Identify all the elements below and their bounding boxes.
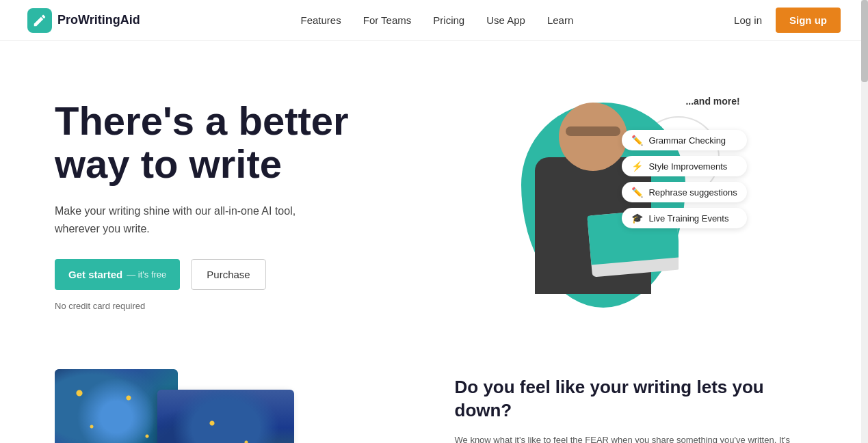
feature-pills: ✏️ Grammar Checking ⚡ Style Improvements… [622, 130, 746, 228]
rephrase-icon: ✏️ [631, 187, 643, 198]
pill-grammar: ✏️ Grammar Checking [622, 130, 746, 150]
navbar: ProWritingAid Features For Teams Pricing… [0, 0, 868, 41]
hero-title: There's a better way to write [55, 99, 434, 187]
nav-pricing[interactable]: Pricing [433, 14, 464, 26]
logo-icon [27, 8, 52, 33]
section-title: Do you feel like your writing lets you d… [455, 376, 814, 422]
pill-training: 🎓 Live Training Events [622, 208, 746, 228]
art-image-front [157, 390, 294, 443]
lower-section: My idea in my head Do you feel like your… [0, 355, 868, 443]
nav-for-teams[interactable]: For Teams [363, 14, 412, 26]
pen-icon [32, 13, 47, 28]
nav-features[interactable]: Features [301, 14, 341, 26]
section-body: We know what it's like to feel the FEAR … [455, 433, 814, 443]
pill-style-label: Style Improvements [648, 161, 727, 172]
style-icon: ⚡ [631, 161, 643, 172]
pill-rephrase: ✏️ Rephrase suggestions [622, 182, 746, 202]
training-icon: 🎓 [631, 213, 643, 224]
scrollbar[interactable] [861, 0, 868, 443]
hero-left: There's a better way to write Make your … [55, 99, 434, 312]
grammar-icon: ✏️ [631, 135, 643, 146]
nav-use-app[interactable]: Use App [486, 14, 525, 26]
nav-actions: Log in Sign up [734, 8, 841, 33]
free-tag: — it's free [127, 269, 166, 280]
get-started-button[interactable]: Get started — it's free [55, 259, 180, 290]
purchase-button[interactable]: Purchase [191, 259, 265, 290]
scrollbar-thumb[interactable] [861, 0, 868, 82]
hero-title-line1: There's a better [55, 98, 349, 143]
pill-rephrase-label: Rephrase suggestions [648, 187, 737, 198]
pill-grammar-label: Grammar Checking [648, 135, 726, 146]
pill-training-label: Live Training Events [648, 213, 728, 224]
lower-text: Do you feel like your writing lets you d… [455, 369, 814, 443]
art-images: My idea in my head [55, 369, 414, 443]
hero-subtitle: Make your writing shine with our all-in-… [55, 202, 315, 237]
nav-links: Features For Teams Pricing Use App Learn [301, 14, 574, 26]
hero-section: There's a better way to write Make your … [0, 41, 868, 355]
hero-title-line2: way to write [55, 142, 282, 186]
nav-learn[interactable]: Learn [547, 14, 573, 26]
swirl-pattern2 [157, 390, 294, 443]
hero-right: ✦ ✏️ Grammar Checking ⚡ Style Improvemen… [434, 82, 814, 328]
login-button[interactable]: Log in [734, 14, 762, 26]
brand-name: ProWritingAid [57, 13, 140, 27]
get-started-label: Get started [68, 269, 122, 280]
signup-button[interactable]: Sign up [776, 8, 841, 33]
hero-buttons: Get started — it's free Purchase [55, 259, 434, 290]
hero-illustration: ✦ ✏️ Grammar Checking ⚡ Style Improvemen… [501, 89, 747, 321]
more-label: ...and more! [685, 96, 739, 107]
logo[interactable]: ProWritingAid [27, 8, 140, 33]
pill-style: ⚡ Style Improvements [622, 156, 746, 176]
no-credit-text: No credit card required [55, 301, 434, 311]
